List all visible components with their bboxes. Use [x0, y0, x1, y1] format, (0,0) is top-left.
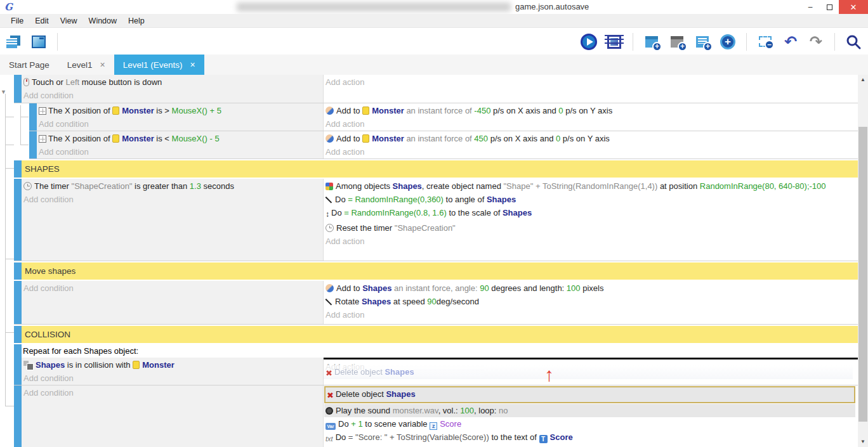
- action-row[interactable]: Play the sound monster.wav, vol.: 100, l…: [324, 404, 855, 417]
- close-tab-icon[interactable]: ×: [100, 60, 105, 70]
- action-row[interactable]: Add to Monster an instant force of -450 …: [326, 104, 855, 117]
- text-segment: Shapes: [386, 389, 415, 399]
- events-sheet: ▼ Touch or Left mouse button is downAdd …: [0, 75, 858, 447]
- bug-icon: [607, 35, 621, 49]
- add-action[interactable]: Add action: [326, 235, 855, 248]
- redo-button[interactable]: ↶: [806, 32, 825, 51]
- project-manager-button[interactable]: [4, 32, 23, 51]
- event-bar: [14, 344, 22, 385]
- redacted-title-path: [237, 3, 511, 11]
- standard-event[interactable]: The timer "ShapeCreation" is greater tha…: [14, 179, 858, 261]
- tab-start-page[interactable]: Start Page: [0, 55, 58, 75]
- close-tab-icon[interactable]: ×: [190, 60, 195, 70]
- foreach-header[interactable]: Repeat for each Shapes object:: [22, 344, 858, 358]
- standard-event[interactable]: The X position of Monster is < MouseX() …: [29, 131, 858, 159]
- action-row[interactable]: Add to Shapes an instant force, angle: 9…: [326, 282, 855, 295]
- add-action[interactable]: Add action: [326, 145, 855, 159]
- text-segment: Do: [331, 208, 344, 217]
- preview-button[interactable]: [579, 32, 598, 51]
- text-segment: >: [164, 106, 171, 115]
- scorevar-icon: z: [430, 422, 437, 430]
- xpos-icon: [39, 135, 46, 143]
- action-row[interactable]: Among objects Shapes, create object name…: [326, 179, 855, 193]
- monster-icon: [112, 107, 119, 115]
- standard-event[interactable]: Add condition Add to Shapes an instant f…: [14, 281, 858, 325]
- text-segment: "ShapeCreation": [72, 181, 133, 191]
- text-segment: 100: [567, 283, 581, 293]
- text-segment: 1.3: [190, 181, 201, 191]
- timer-icon: [326, 224, 334, 232]
- standard-event[interactable]: Add condition ✖Delete object ShapesPlay …: [14, 385, 858, 447]
- minimize-button[interactable]: –: [801, 0, 820, 14]
- action-row[interactable]: ✖Delete object Shapes: [324, 386, 855, 403]
- add-action[interactable]: Add action: [326, 308, 855, 321]
- condition-row[interactable]: The timer "ShapeCreation" is greater tha…: [23, 179, 320, 193]
- text-segment: at position: [657, 181, 700, 191]
- start-page-button[interactable]: [29, 32, 48, 51]
- menu-help[interactable]: Help: [122, 14, 150, 28]
- action-row[interactable]: Rotate Shapes at speed 90deg/second: [326, 295, 855, 308]
- menu-file[interactable]: File: [5, 14, 29, 28]
- maximize-button[interactable]: [820, 0, 839, 14]
- gdevelop-logo-icon: G: [4, 1, 13, 13]
- menu-edit[interactable]: Edit: [29, 14, 55, 28]
- add-condition[interactable]: Add condition: [39, 145, 320, 159]
- standard-event[interactable]: The X position of Monster is > MouseX() …: [29, 103, 858, 131]
- add-new-button[interactable]: +: [718, 32, 737, 51]
- comment-event[interactable]: Move shapes: [14, 262, 858, 280]
- foreach-event[interactable]: Repeat for each Shapes object: Shapes is…: [14, 344, 858, 385]
- text-segment: RandomInRange(80, 640-80);-100: [700, 181, 826, 191]
- scale-icon: ↕: [326, 208, 329, 221]
- text-segment: Add to: [336, 283, 362, 293]
- tab-level1-events[interactable]: Level1 (Events)×: [114, 55, 204, 75]
- monster-icon: [362, 107, 369, 115]
- add-condition[interactable]: Add condition: [23, 193, 320, 206]
- undo-button[interactable]: ↶: [781, 32, 800, 51]
- add-condition[interactable]: Add condition: [39, 117, 320, 131]
- scroll-down-icon[interactable]: ▼: [858, 437, 868, 447]
- tree-guide-stub: [5, 145, 14, 145]
- text-segment: + 1: [351, 419, 362, 429]
- text-segment: p/s on Y axis: [560, 134, 610, 143]
- condition-row[interactable]: The X position of Monster is > MouseX() …: [39, 104, 320, 117]
- action-row[interactable]: Do = RandomInRange(0,360) to angle of Sh…: [326, 193, 855, 206]
- conditions-cell: Shapes is in collision with MonsterAdd c…: [22, 358, 324, 385]
- actions-cell: Add to Monster an instant force of -450 …: [324, 103, 858, 131]
- add-subevent-button[interactable]: +: [667, 32, 687, 51]
- add-action[interactable]: Add action: [326, 117, 855, 131]
- angle-icon: [326, 196, 333, 204]
- add-action[interactable]: Add action: [326, 75, 855, 89]
- comment-event[interactable]: COLLISION: [14, 326, 858, 343]
- actions-cell: Add action: [324, 75, 858, 103]
- condition-row[interactable]: Shapes is in collision with Monster: [23, 358, 320, 372]
- menu-window[interactable]: Window: [83, 14, 122, 28]
- condition-row[interactable]: Touch or Left mouse button is down: [23, 75, 320, 89]
- condition-row[interactable]: The X position of Monster is < MouseX() …: [39, 132, 320, 145]
- action-row[interactable]: VarDo + 1 to scene variable zScore: [326, 417, 855, 431]
- tab-level1[interactable]: Level1×: [58, 55, 114, 75]
- add-comment-button[interactable]: +: [693, 32, 712, 51]
- search-button[interactable]: [844, 32, 863, 51]
- add-condition[interactable]: Add condition: [23, 386, 320, 399]
- action-row[interactable]: Reset the timer "ShapeCreation": [326, 221, 855, 235]
- action-row[interactable]: txtDo = "Score: " + ToString(Variable(Sc…: [326, 431, 855, 446]
- scroll-up-icon[interactable]: ▲: [858, 75, 868, 85]
- search-icon: [845, 34, 862, 50]
- add-condition[interactable]: Add condition: [23, 372, 320, 385]
- action-row[interactable]: Add to Monster an instant force of 450 p…: [326, 132, 855, 145]
- remove-selection-button[interactable]: –: [756, 32, 775, 51]
- text-segment: 100: [460, 406, 474, 415]
- start-page-icon: [32, 36, 46, 48]
- vertical-scrollbar[interactable]: ▲ ▼: [858, 75, 868, 447]
- action-row[interactable]: ↕Do = RandomInRange(0.8, 1.6) to the sca…: [326, 206, 855, 221]
- text-segment: mouse button is down: [79, 77, 162, 87]
- standard-event[interactable]: Touch or Left mouse button is downAdd co…: [14, 75, 858, 103]
- scrollbar-thumb[interactable]: [858, 127, 867, 422]
- add-condition[interactable]: Add condition: [23, 89, 320, 102]
- debug-button[interactable]: [605, 32, 624, 51]
- comment-event[interactable]: SHAPES: [14, 160, 858, 178]
- add-event-button[interactable]: +: [642, 32, 661, 51]
- menu-view[interactable]: View: [55, 14, 83, 28]
- close-button[interactable]: ✕: [839, 0, 868, 14]
- add-condition[interactable]: Add condition: [23, 282, 320, 295]
